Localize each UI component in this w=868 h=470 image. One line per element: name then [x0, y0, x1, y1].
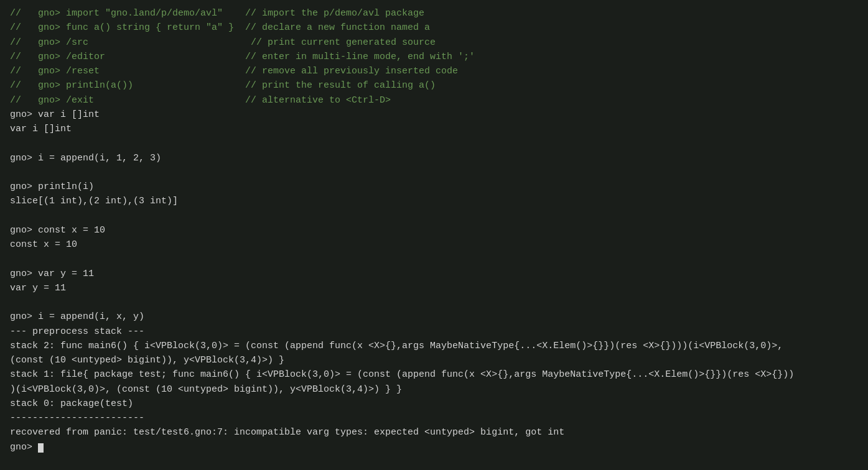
- line-24: stack 2: func main6() { i<VPBlock(3,0)> …: [10, 339, 858, 353]
- line-5: // gno> /reset // remove all previously …: [10, 64, 858, 78]
- line-14: slice[(1 int),(2 int),(3 int)]: [10, 194, 858, 208]
- line-1: // gno> import "gno.land/p/demo/avl" // …: [10, 6, 858, 21]
- line-2: // gno> func a() string { return "a" } /…: [10, 21, 858, 35]
- line-22: gno> i = append(i, x, y): [10, 310, 858, 324]
- line-25: (const (10 <untyped> bigint)), y<VPBlock…: [10, 353, 858, 367]
- line-20: var y = 11: [10, 281, 858, 295]
- line-17: const x = 10: [10, 237, 858, 252]
- line-26: stack 1: file{ package test; func main6(…: [10, 367, 858, 382]
- cursor: [38, 443, 44, 453]
- terminal-window: // gno> import "gno.land/p/demo/avl" // …: [0, 0, 868, 470]
- line-12: [10, 165, 858, 180]
- terminal-output: // gno> import "gno.land/p/demo/avl" // …: [10, 6, 858, 454]
- line-9: var i []int: [10, 122, 858, 136]
- line-10: [10, 136, 858, 150]
- line-23: --- preprocess stack ---: [10, 325, 858, 339]
- line-4: // gno> /editor // enter in multi-line m…: [10, 50, 858, 64]
- line-16: gno> const x = 10: [10, 223, 858, 237]
- line-7: // gno> /exit // alternative to <Ctrl-D>: [10, 93, 858, 108]
- line-27: )(i<VPBlock(3,0)>, (const (10 <untyped> …: [10, 382, 858, 397]
- line-31[interactable]: gno>: [10, 440, 858, 454]
- line-18: [10, 252, 858, 266]
- prompt-text: gno>: [10, 442, 38, 453]
- line-19: gno> var y = 11: [10, 267, 858, 281]
- line-30: recovered from panic: test/test6.gno:7: …: [10, 425, 858, 440]
- line-6: // gno> println(a()) // print the result…: [10, 78, 858, 93]
- line-3: // gno> /src // print current generated …: [10, 35, 858, 50]
- line-11: gno> i = append(i, 1, 2, 3): [10, 151, 858, 165]
- line-29: ------------------------: [10, 411, 858, 425]
- line-28: stack 0: package(test): [10, 397, 858, 411]
- line-13: gno> println(i): [10, 180, 858, 194]
- line-21: [10, 295, 858, 310]
- line-8: gno> var i []int: [10, 108, 858, 122]
- line-15: [10, 209, 858, 223]
